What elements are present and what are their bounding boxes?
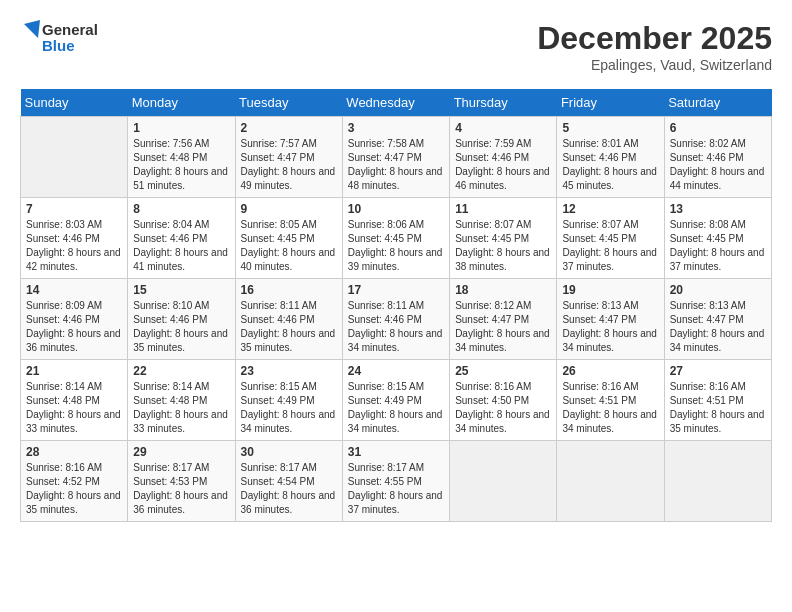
day-info: Sunrise: 8:05 AMSunset: 4:45 PMDaylight:… <box>241 219 336 272</box>
day-number: 22 <box>133 364 229 378</box>
day-number: 1 <box>133 121 229 135</box>
day-info: Sunrise: 8:10 AMSunset: 4:46 PMDaylight:… <box>133 300 228 353</box>
day-info: Sunrise: 8:12 AMSunset: 4:47 PMDaylight:… <box>455 300 550 353</box>
day-number: 7 <box>26 202 122 216</box>
calendar-cell: 11 Sunrise: 8:07 AMSunset: 4:45 PMDaylig… <box>450 198 557 279</box>
day-info: Sunrise: 8:17 AMSunset: 4:54 PMDaylight:… <box>241 462 336 515</box>
day-number: 4 <box>455 121 551 135</box>
day-info: Sunrise: 7:58 AMSunset: 4:47 PMDaylight:… <box>348 138 443 191</box>
day-number: 18 <box>455 283 551 297</box>
day-number: 12 <box>562 202 658 216</box>
day-number: 14 <box>26 283 122 297</box>
day-number: 3 <box>348 121 444 135</box>
day-number: 27 <box>670 364 766 378</box>
calendar-cell: 1 Sunrise: 7:56 AMSunset: 4:48 PMDayligh… <box>128 117 235 198</box>
day-number: 10 <box>348 202 444 216</box>
calendar-cell: 18 Sunrise: 8:12 AMSunset: 4:47 PMDaylig… <box>450 279 557 360</box>
day-number: 8 <box>133 202 229 216</box>
calendar-cell: 31 Sunrise: 8:17 AMSunset: 4:55 PMDaylig… <box>342 441 449 522</box>
day-info: Sunrise: 8:14 AMSunset: 4:48 PMDaylight:… <box>26 381 121 434</box>
day-number: 17 <box>348 283 444 297</box>
svg-marker-0 <box>24 20 40 38</box>
calendar-cell <box>21 117 128 198</box>
day-info: Sunrise: 8:04 AMSunset: 4:46 PMDaylight:… <box>133 219 228 272</box>
calendar-cell: 16 Sunrise: 8:11 AMSunset: 4:46 PMDaylig… <box>235 279 342 360</box>
day-info: Sunrise: 8:15 AMSunset: 4:49 PMDaylight:… <box>348 381 443 434</box>
calendar-cell: 6 Sunrise: 8:02 AMSunset: 4:46 PMDayligh… <box>664 117 771 198</box>
calendar-week-5: 28 Sunrise: 8:16 AMSunset: 4:52 PMDaylig… <box>21 441 772 522</box>
day-number: 25 <box>455 364 551 378</box>
calendar-cell: 22 Sunrise: 8:14 AMSunset: 4:48 PMDaylig… <box>128 360 235 441</box>
day-number: 19 <box>562 283 658 297</box>
calendar-cell: 14 Sunrise: 8:09 AMSunset: 4:46 PMDaylig… <box>21 279 128 360</box>
day-number: 30 <box>241 445 337 459</box>
calendar-week-1: 1 Sunrise: 7:56 AMSunset: 4:48 PMDayligh… <box>21 117 772 198</box>
day-number: 24 <box>348 364 444 378</box>
calendar-cell: 9 Sunrise: 8:05 AMSunset: 4:45 PMDayligh… <box>235 198 342 279</box>
day-number: 13 <box>670 202 766 216</box>
calendar-cell: 17 Sunrise: 8:11 AMSunset: 4:46 PMDaylig… <box>342 279 449 360</box>
logo-triangle-icon <box>20 20 40 56</box>
day-info: Sunrise: 8:08 AMSunset: 4:45 PMDaylight:… <box>670 219 765 272</box>
day-number: 15 <box>133 283 229 297</box>
day-number: 16 <box>241 283 337 297</box>
day-info: Sunrise: 8:02 AMSunset: 4:46 PMDaylight:… <box>670 138 765 191</box>
day-info: Sunrise: 8:17 AMSunset: 4:53 PMDaylight:… <box>133 462 228 515</box>
day-number: 5 <box>562 121 658 135</box>
day-info: Sunrise: 8:16 AMSunset: 4:50 PMDaylight:… <box>455 381 550 434</box>
calendar-cell <box>557 441 664 522</box>
weekday-header-tuesday: Tuesday <box>235 89 342 117</box>
day-number: 29 <box>133 445 229 459</box>
calendar-table: SundayMondayTuesdayWednesdayThursdayFrid… <box>20 89 772 522</box>
day-number: 26 <box>562 364 658 378</box>
calendar-cell: 7 Sunrise: 8:03 AMSunset: 4:46 PMDayligh… <box>21 198 128 279</box>
day-number: 2 <box>241 121 337 135</box>
day-info: Sunrise: 8:16 AMSunset: 4:51 PMDaylight:… <box>670 381 765 434</box>
logo-general: General <box>42 22 98 39</box>
calendar-week-2: 7 Sunrise: 8:03 AMSunset: 4:46 PMDayligh… <box>21 198 772 279</box>
day-number: 6 <box>670 121 766 135</box>
calendar-cell: 28 Sunrise: 8:16 AMSunset: 4:52 PMDaylig… <box>21 441 128 522</box>
weekday-header-saturday: Saturday <box>664 89 771 117</box>
calendar-cell: 10 Sunrise: 8:06 AMSunset: 4:45 PMDaylig… <box>342 198 449 279</box>
day-number: 9 <box>241 202 337 216</box>
page-header: General Blue December 2025 Epalinges, Va… <box>20 20 772 73</box>
calendar-cell: 21 Sunrise: 8:14 AMSunset: 4:48 PMDaylig… <box>21 360 128 441</box>
day-info: Sunrise: 8:07 AMSunset: 4:45 PMDaylight:… <box>455 219 550 272</box>
calendar-cell: 29 Sunrise: 8:17 AMSunset: 4:53 PMDaylig… <box>128 441 235 522</box>
calendar-cell: 8 Sunrise: 8:04 AMSunset: 4:46 PMDayligh… <box>128 198 235 279</box>
day-info: Sunrise: 8:13 AMSunset: 4:47 PMDaylight:… <box>670 300 765 353</box>
calendar-cell: 30 Sunrise: 8:17 AMSunset: 4:54 PMDaylig… <box>235 441 342 522</box>
logo: General Blue <box>20 20 98 56</box>
calendar-week-4: 21 Sunrise: 8:14 AMSunset: 4:48 PMDaylig… <box>21 360 772 441</box>
day-info: Sunrise: 8:11 AMSunset: 4:46 PMDaylight:… <box>348 300 443 353</box>
calendar-cell <box>664 441 771 522</box>
day-info: Sunrise: 8:16 AMSunset: 4:52 PMDaylight:… <box>26 462 121 515</box>
title-block: December 2025 Epalinges, Vaud, Switzerla… <box>537 20 772 73</box>
calendar-cell <box>450 441 557 522</box>
day-info: Sunrise: 8:16 AMSunset: 4:51 PMDaylight:… <box>562 381 657 434</box>
day-info: Sunrise: 8:09 AMSunset: 4:46 PMDaylight:… <box>26 300 121 353</box>
day-info: Sunrise: 7:57 AMSunset: 4:47 PMDaylight:… <box>241 138 336 191</box>
calendar-cell: 2 Sunrise: 7:57 AMSunset: 4:47 PMDayligh… <box>235 117 342 198</box>
calendar-cell: 5 Sunrise: 8:01 AMSunset: 4:46 PMDayligh… <box>557 117 664 198</box>
calendar-cell: 19 Sunrise: 8:13 AMSunset: 4:47 PMDaylig… <box>557 279 664 360</box>
month-title: December 2025 <box>537 20 772 57</box>
calendar-cell: 26 Sunrise: 8:16 AMSunset: 4:51 PMDaylig… <box>557 360 664 441</box>
calendar-cell: 27 Sunrise: 8:16 AMSunset: 4:51 PMDaylig… <box>664 360 771 441</box>
day-info: Sunrise: 7:59 AMSunset: 4:46 PMDaylight:… <box>455 138 550 191</box>
day-info: Sunrise: 8:01 AMSunset: 4:46 PMDaylight:… <box>562 138 657 191</box>
weekday-header-monday: Monday <box>128 89 235 117</box>
day-info: Sunrise: 8:13 AMSunset: 4:47 PMDaylight:… <box>562 300 657 353</box>
day-number: 23 <box>241 364 337 378</box>
day-info: Sunrise: 8:17 AMSunset: 4:55 PMDaylight:… <box>348 462 443 515</box>
weekday-header-sunday: Sunday <box>21 89 128 117</box>
calendar-cell: 3 Sunrise: 7:58 AMSunset: 4:47 PMDayligh… <box>342 117 449 198</box>
day-number: 28 <box>26 445 122 459</box>
day-info: Sunrise: 8:14 AMSunset: 4:48 PMDaylight:… <box>133 381 228 434</box>
day-info: Sunrise: 8:11 AMSunset: 4:46 PMDaylight:… <box>241 300 336 353</box>
day-number: 21 <box>26 364 122 378</box>
calendar-cell: 13 Sunrise: 8:08 AMSunset: 4:45 PMDaylig… <box>664 198 771 279</box>
logo-blue: Blue <box>42 38 98 55</box>
day-info: Sunrise: 8:15 AMSunset: 4:49 PMDaylight:… <box>241 381 336 434</box>
